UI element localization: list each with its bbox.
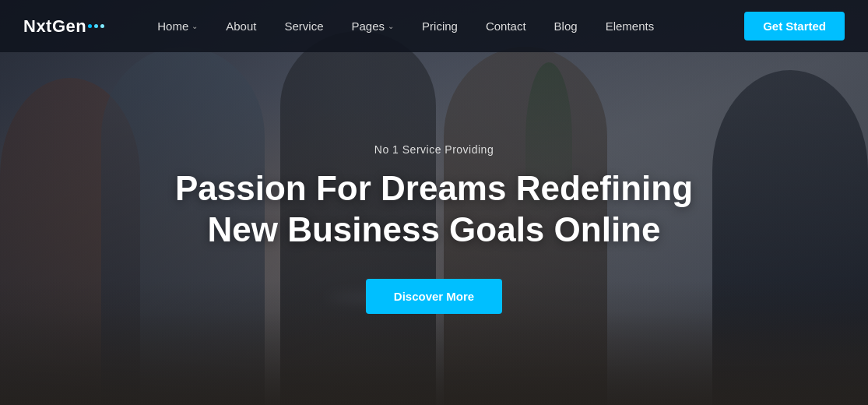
logo[interactable]: NxtGen xyxy=(23,16,104,37)
nav-item-contact[interactable]: Contact xyxy=(472,0,540,52)
nav-label-pricing: Pricing xyxy=(422,19,458,33)
nav-label-pages: Pages xyxy=(352,19,385,33)
navbar: NxtGen Home ⌄ About Service Pages ⌄ xyxy=(0,0,868,52)
hero-subtitle: No 1 Service Providing xyxy=(374,143,494,156)
logo-dot-2 xyxy=(94,24,98,28)
logo-dot-3 xyxy=(100,24,104,28)
nav-item-about[interactable]: About xyxy=(212,0,270,52)
nav-label-about: About xyxy=(226,19,256,33)
hero-content: No 1 Service Providing Passion For Dream… xyxy=(0,0,868,405)
nav-item-blog[interactable]: Blog xyxy=(540,0,592,52)
nav-label-service: Service xyxy=(284,19,323,33)
nav-item-elements[interactable]: Elements xyxy=(592,0,669,52)
logo-text: NxtGen xyxy=(23,16,86,37)
nav-item-pricing[interactable]: Pricing xyxy=(408,0,472,52)
nav-label-contact: Contact xyxy=(486,19,526,33)
nav-item-service[interactable]: Service xyxy=(270,0,337,52)
nav-label-elements: Elements xyxy=(606,19,655,33)
chevron-down-icon-pages: ⌄ xyxy=(388,22,394,30)
logo-dot-1 xyxy=(88,24,92,28)
get-started-button[interactable]: Get Started xyxy=(744,12,845,40)
nav-label-home: Home xyxy=(157,19,188,33)
nav-label-blog: Blog xyxy=(554,19,578,33)
nav-item-home[interactable]: Home ⌄ xyxy=(143,0,212,52)
discover-more-button[interactable]: Discover More xyxy=(366,279,502,314)
chevron-down-icon: ⌄ xyxy=(192,22,198,30)
hero-title: Passion For Dreams Redefining New Busine… xyxy=(170,168,699,251)
nav-item-pages[interactable]: Pages ⌄ xyxy=(338,0,409,52)
hero-section: NxtGen Home ⌄ About Service Pages ⌄ xyxy=(0,0,868,405)
nav-links: Home ⌄ About Service Pages ⌄ Pricing Con… xyxy=(143,0,744,52)
logo-dots xyxy=(88,24,104,28)
